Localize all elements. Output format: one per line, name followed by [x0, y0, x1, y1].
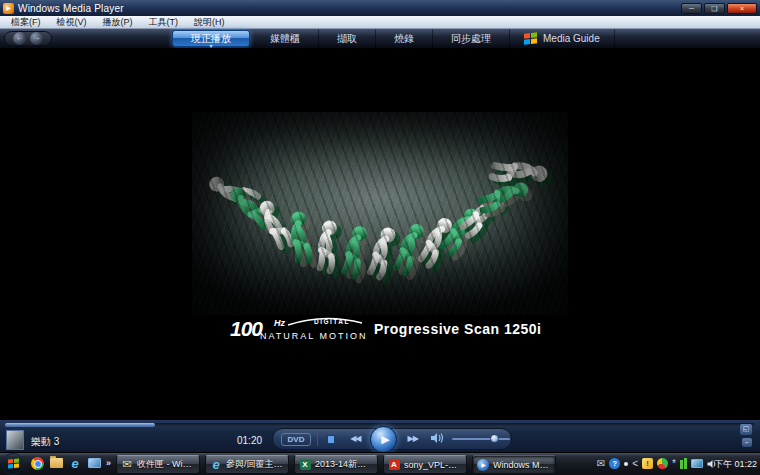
taskbar-button-excel[interactable]: X 2013-14新品發表會 — [294, 455, 378, 474]
ie-icon[interactable]: e — [68, 456, 82, 470]
tab-rip[interactable]: 擷取 — [319, 29, 376, 48]
video-frame: 100 Hz DIGITAL NATURAL MOTION Progressiv… — [192, 112, 568, 345]
minimize-button[interactable]: ─ — [681, 3, 702, 14]
track-title: 樂動 3 — [31, 435, 59, 449]
menu-bar: 檔案(F) 檢視(V) 播放(P) 工具(T) 說明(H) — [0, 16, 760, 29]
tray-status-dot-icon[interactable] — [624, 457, 628, 470]
restore-button[interactable]: ❏ — [704, 3, 725, 14]
logo-hz: Hz — [274, 318, 285, 328]
wmp-window: ▶ Windows Media Player ─ ❏ × 檔案(F) 檢視(V)… — [0, 0, 760, 475]
taskbar-button-mail[interactable]: ✉ 收件匣 - Windows ... — [116, 455, 200, 474]
windows-taskbar: e » ✉ 收件匣 - Windows ... e 參與/回覆主題 - JV..… — [0, 452, 760, 475]
tab-media-guide[interactable]: Media Guide — [510, 29, 615, 48]
wmp-app-icon: ▶ — [3, 3, 14, 14]
video-caption-band: 100 Hz DIGITAL NATURAL MOTION Progressiv… — [192, 315, 568, 345]
volume-slider[interactable] — [452, 434, 503, 444]
stop-button[interactable] — [327, 435, 335, 444]
elapsed-time: 01:20 — [237, 435, 262, 446]
menu-file[interactable]: 檔案(F) — [4, 16, 48, 28]
tab-now-playing[interactable]: 現正播放 ▾ — [172, 30, 250, 47]
feature-taskbar: ← → 現正播放 ▾ 媒體櫃 擷取 燒錄 同步處理 Media Guide — [0, 29, 760, 48]
window-title: Windows Media Player — [18, 3, 124, 14]
tray-mail-icon[interactable]: ✉ — [597, 457, 605, 470]
taskbar-button-label: 收件匣 - Windows ... — [137, 458, 195, 471]
transport-controls: DVD ◀◀ ▶ ▶▶ — [272, 428, 512, 450]
windows-start-icon — [8, 458, 19, 469]
video-scene — [192, 112, 568, 315]
taskbar-button-browser[interactable]: e 參與/回覆主題 - JV... — [205, 455, 289, 474]
tray-messenger-icon[interactable]: ! — [642, 457, 653, 470]
logo-100: 100 — [230, 317, 262, 341]
volume-track — [452, 438, 510, 440]
menu-view[interactable]: 檢視(V) — [50, 16, 94, 28]
taskbar-button-label: 2013-14新品發表會 — [315, 458, 373, 471]
logo-digital: DIGITAL — [314, 318, 350, 325]
tray-updater-icon[interactable] — [657, 457, 668, 470]
progressive-scan-caption: Progressive Scan 1250i — [374, 321, 541, 337]
back-button[interactable]: ← — [13, 32, 26, 45]
motion-figures-graphic — [192, 112, 568, 315]
menu-play[interactable]: 播放(P) — [96, 16, 140, 28]
volume-thumb[interactable] — [490, 434, 499, 443]
logo-natural-motion: NATURAL MOTION — [260, 331, 368, 341]
tab-burn[interactable]: 燒錄 — [376, 29, 433, 48]
tray-ime-icon[interactable] — [680, 457, 687, 470]
task-buttons: ✉ 收件匣 - Windows ... e 參與/回覆主題 - JV... X … — [116, 455, 556, 474]
taskbar-clock[interactable]: 下午 01:22 — [714, 453, 757, 475]
previous-button[interactable]: ◀◀ — [344, 432, 366, 447]
tab-sync[interactable]: 同步處理 — [433, 29, 510, 48]
tray-settings-icon[interactable]: * — [672, 457, 676, 470]
tray-network-icon[interactable] — [691, 457, 703, 470]
playback-panel: 樂動 3 01:20 DVD ◀◀ ▶ ▶▶ ◱ ⌐ — [0, 419, 760, 452]
tab-media-guide-label: Media Guide — [543, 29, 600, 48]
menu-help[interactable]: 說明(H) — [187, 16, 232, 28]
tray-collapse-chevron[interactable]: < — [632, 457, 638, 470]
title-bar: ▶ Windows Media Player ─ ❏ × — [0, 0, 760, 16]
mute-button[interactable] — [430, 430, 444, 448]
system-tray: ✉ ? < ! * — [597, 457, 718, 470]
album-art-thumbnail — [6, 430, 24, 450]
taskbar-button-label: 參與/回覆主題 - JV... — [226, 458, 284, 471]
tab-library[interactable]: 媒體櫃 — [252, 29, 319, 48]
video-display-area[interactable]: 100 Hz DIGITAL NATURAL MOTION Progressiv… — [0, 48, 760, 419]
skin-mode-button[interactable]: ◱ — [740, 424, 752, 435]
excel-icon: X — [299, 459, 311, 471]
taskbar-button-pdf[interactable]: A sony_VPL-VW500E... — [383, 455, 467, 474]
quick-launch-overflow-chevron[interactable]: » — [106, 458, 111, 468]
dvd-menu-button[interactable]: DVD — [281, 433, 311, 446]
pdf-icon: A — [388, 459, 400, 471]
ie-icon: e — [210, 459, 222, 471]
forward-button[interactable]: → — [30, 32, 43, 45]
quick-launch-bar: e » — [30, 456, 111, 470]
chrome-icon[interactable] — [30, 456, 44, 470]
speaker-icon — [430, 432, 444, 444]
close-button[interactable]: × — [727, 3, 757, 14]
divider — [317, 432, 318, 446]
navigation-pill: ← → — [4, 31, 52, 46]
tray-help-icon[interactable]: ? — [609, 457, 620, 470]
windows-logo-icon — [524, 32, 537, 45]
show-desktop-icon[interactable] — [87, 456, 101, 470]
play-pause-button[interactable]: ▶ — [370, 426, 397, 453]
resize-grip[interactable]: ⌐ — [742, 438, 752, 447]
next-button[interactable]: ▶▶ — [401, 432, 423, 447]
mail-icon: ✉ — [121, 459, 133, 471]
wmp-icon: ▶ — [477, 459, 489, 471]
taskbar-button-label: Windows Media Pl... — [493, 460, 551, 470]
taskbar-button-label: sony_VPL-VW500E... — [404, 460, 462, 470]
folder-icon[interactable] — [49, 456, 63, 470]
taskbar-button-wmp[interactable]: ▶ Windows Media Pl... — [472, 455, 556, 474]
seek-progress-fill — [5, 423, 155, 427]
start-button[interactable] — [2, 453, 24, 475]
menu-tools[interactable]: 工具(T) — [142, 16, 186, 28]
